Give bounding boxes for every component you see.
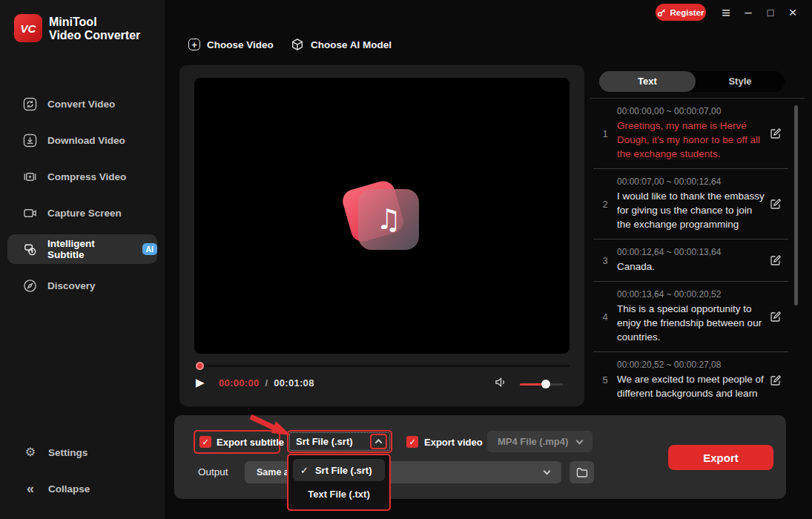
- subtitle-text: Greetings, my name is Hervé Dough, it's …: [617, 119, 765, 161]
- sidebar-item-label: Discovery: [47, 280, 96, 291]
- menu-option-label: Srt File (.srt): [315, 465, 372, 476]
- subtitle-timestamp: 00:00:12,64 ~ 00:00:13,64: [617, 247, 765, 257]
- sidebar-item-label: Compress Video: [47, 171, 126, 182]
- subtitle-body: 00:00:13,64 ~ 00:00:20,52 This is a spec…: [617, 289, 765, 344]
- edit-icon: [770, 198, 782, 210]
- export-panel: ✓ Export subtitle Srt File (.srt) ✓ Expo…: [174, 415, 786, 499]
- subtitle-text: Canada.: [617, 260, 765, 274]
- play-button[interactable]: ▶: [196, 376, 205, 389]
- subtitle-text: We are excited to meet people of differe…: [617, 372, 765, 400]
- export-video-checkbox[interactable]: ✓: [406, 436, 418, 448]
- current-time: 00:00:00: [219, 377, 259, 389]
- edit-subtitle-button[interactable]: [765, 311, 787, 323]
- time-display: 00:00:00 / 00:01:08: [219, 377, 314, 389]
- plus-glyph: +: [191, 40, 197, 50]
- brand-title: MiniTool Video Converter: [49, 16, 140, 42]
- edit-subtitle-button[interactable]: [765, 374, 787, 386]
- sidebar-item-intelligent-subtitle[interactable]: Intelligent Subtitle AI: [7, 234, 157, 264]
- sidebar-item-capture-screen[interactable]: Capture Screen: [7, 198, 157, 228]
- volume-icon[interactable]: [495, 377, 507, 391]
- subtitle-list: 1 00:00:00,00 ~ 00:00:07,00 Greetings, m…: [593, 99, 788, 408]
- app-window: VC MiniTool Video Converter Convert Vide…: [0, 0, 812, 519]
- artwork-front-card: ♫: [358, 189, 419, 250]
- subtitle-row-4[interactable]: 4 00:00:13,64 ~ 00:00:20,52 This is a sp…: [593, 282, 788, 352]
- sidebar-item-download-video[interactable]: Download Video: [7, 125, 157, 155]
- logo-text: VC: [21, 22, 36, 35]
- chevron-up-icon: [375, 439, 383, 446]
- volume-handle[interactable]: [541, 380, 550, 389]
- time-separator: /: [262, 377, 271, 389]
- menu-option-label: Text File (.txt): [308, 489, 370, 500]
- subtitle-index: 1: [593, 128, 617, 139]
- subtitle-text: This is a special opportunity to enjoy t…: [617, 302, 765, 344]
- export-subtitle-label: Export subtitle: [217, 437, 284, 448]
- sidebar-item-convert-video[interactable]: Convert Video: [7, 89, 157, 119]
- choose-video-label: Choose Video: [207, 39, 274, 50]
- edit-subtitle-button[interactable]: [765, 254, 787, 266]
- register-label: Register: [670, 8, 704, 17]
- subtitle-format-value: Srt File (.srt): [296, 436, 353, 447]
- subtitle-row-5[interactable]: 5 00:00:20,52 ~ 00:00:27,08 We are excit…: [593, 352, 788, 408]
- minimize-glyph: –: [745, 5, 751, 20]
- sidebar-item-discovery[interactable]: Discovery: [7, 271, 157, 300]
- edit-subtitle-button[interactable]: [765, 198, 787, 210]
- subtitle-icon: [23, 242, 37, 257]
- choose-ai-model-label: Choose AI Model: [311, 39, 392, 50]
- ai-badge: AI: [142, 243, 158, 255]
- subtitle-row-1[interactable]: 1 00:00:00,00 ~ 00:00:07,00 Greetings, m…: [593, 99, 788, 169]
- check-icon: ✓: [300, 465, 308, 476]
- export-button-label: Export: [703, 452, 739, 464]
- menu-icon[interactable]: ≡: [716, 3, 736, 22]
- choose-video-button[interactable]: + Choose Video: [188, 34, 274, 55]
- collapse-icon: «: [23, 482, 38, 495]
- subtitle-format-dropdown[interactable]: Srt File (.srt): [289, 432, 390, 451]
- export-subtitle-checkbox[interactable]: ✓: [199, 436, 211, 448]
- sidebar-item-collapse[interactable]: « Collapse: [7, 475, 157, 502]
- minimize-button[interactable]: –: [739, 3, 758, 22]
- sidebar-item-label: Intelligent Subtitle: [47, 238, 131, 260]
- export-button[interactable]: Export: [668, 445, 773, 470]
- player-panel: ♫ ▶ 00:00:00 / 00:01:08: [179, 65, 584, 406]
- volume-slider[interactable]: [520, 383, 563, 386]
- choose-ai-model-button[interactable]: Choose AI Model: [291, 34, 392, 55]
- menu-option-srt[interactable]: ✓ Srt File (.srt): [293, 459, 385, 481]
- subtitle-timestamp: 00:00:07,00 ~ 00:00:12,64: [617, 176, 765, 187]
- scrollbar-thumb[interactable]: [794, 105, 798, 305]
- collapse-label: Collapse: [48, 483, 90, 495]
- sidebar-item-label: Capture Screen: [47, 208, 122, 219]
- subtitle-panel: Text Style 1 00:00:00,00 ~ 00:00:07,00 G…: [590, 65, 805, 415]
- play-icon: ▶: [196, 376, 205, 389]
- maximize-button[interactable]: □: [761, 3, 780, 22]
- chevron-down-icon: [544, 468, 551, 475]
- compress-icon: [23, 170, 37, 184]
- close-button[interactable]: ×: [783, 3, 802, 22]
- subtitle-body: 00:00:12,64 ~ 00:00:13,64 Canada.: [617, 247, 765, 274]
- tab-style[interactable]: Style: [696, 71, 785, 92]
- video-format-dropdown[interactable]: MP4 File (.mp4): [487, 431, 593, 452]
- sidebar-item-label: Convert Video: [47, 99, 115, 110]
- menu-option-txt[interactable]: Text File (.txt): [293, 483, 385, 505]
- open-folder-button[interactable]: [570, 461, 594, 483]
- sidebar-item-compress-video[interactable]: Compress Video: [7, 162, 157, 191]
- tab-text[interactable]: Text: [599, 71, 696, 92]
- edit-icon: [770, 311, 782, 323]
- subtitle-row-2[interactable]: 2 00:00:07,00 ~ 00:00:12,64 I would like…: [593, 169, 788, 239]
- subtitle-row-3[interactable]: 3 00:00:12,64 ~ 00:00:13,64 Canada.: [593, 239, 788, 282]
- sidebar-item-settings[interactable]: ⚙ Settings: [7, 439, 157, 466]
- check-icon: ✓: [202, 437, 208, 447]
- subtitle-timestamp: 00:00:20,52 ~ 00:00:27,08: [617, 360, 765, 370]
- music-note-icon: ♫: [376, 203, 401, 236]
- register-button[interactable]: Register: [656, 4, 706, 21]
- menu-glyph: ≡: [722, 4, 730, 22]
- folder-icon: [576, 467, 588, 477]
- duration: 00:01:08: [274, 377, 314, 389]
- output-label: Output: [198, 466, 228, 477]
- seek-handle[interactable]: [196, 362, 204, 370]
- chevron-annotation: [370, 434, 387, 449]
- key-icon: [657, 8, 666, 17]
- seek-bar[interactable]: [194, 365, 570, 367]
- edit-subtitle-button[interactable]: [765, 128, 787, 139]
- subtitle-index: 2: [593, 199, 617, 210]
- export-video-label: Export video: [424, 437, 483, 448]
- subtitle-index: 3: [593, 255, 617, 266]
